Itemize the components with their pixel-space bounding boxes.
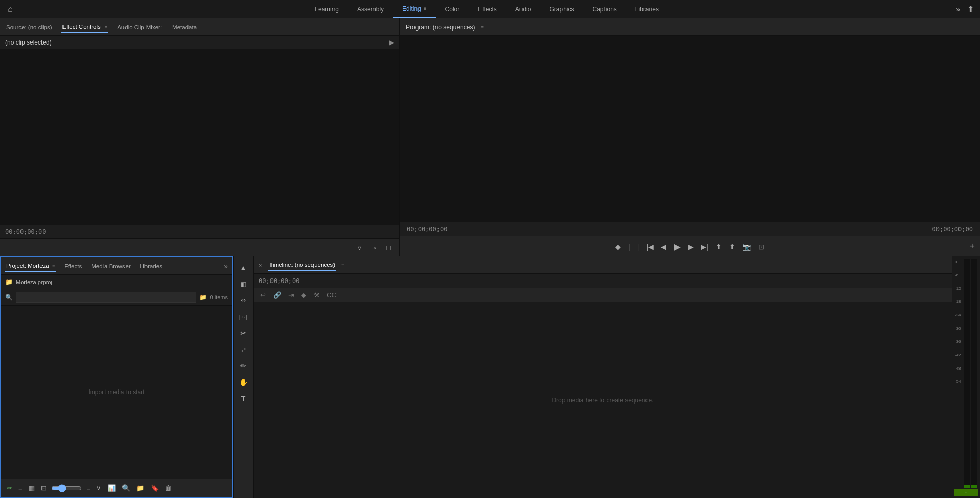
- program-controls: ◆ | | |◀ ◀ ▶ ▶ ▶| ⬆ ⬆ 📷 ⊡ +: [400, 236, 980, 256]
- meter-scale-30: -30: [955, 326, 963, 339]
- tab-editing[interactable]: Editing ≡: [393, 0, 436, 18]
- source-panel: Source: (no clips) Effect Controls ≡ Aud…: [0, 18, 400, 256]
- selection-tool-button[interactable]: ▲: [236, 261, 251, 275]
- timeline-close-button[interactable]: ×: [259, 262, 262, 268]
- program-timecode-row: 00;00;00;00 00;00;00;00: [400, 222, 980, 236]
- libraries-tab[interactable]: Libraries: [139, 261, 163, 271]
- export-button[interactable]: ⬆: [967, 4, 974, 14]
- automate-to-sequence-button[interactable]: 📊: [106, 483, 117, 493]
- source-filter-btn[interactable]: ▿: [356, 243, 363, 253]
- program-menu-icon[interactable]: ≡: [481, 25, 483, 30]
- tl-mark-clip-button[interactable]: ◆: [300, 291, 308, 299]
- delete-button[interactable]: 🗑: [163, 483, 173, 493]
- no-clip-text: (no clip selected): [5, 39, 52, 46]
- tl-settings-button[interactable]: ⚒: [312, 291, 321, 299]
- source-controls: ▿ → □: [0, 238, 399, 256]
- razor-tool-button[interactable]: ✂: [236, 326, 251, 340]
- tab-audio[interactable]: Audio: [506, 0, 540, 18]
- more-workspaces-button[interactable]: »: [953, 5, 963, 13]
- project-file-row: 📁 Morteza.prproj: [1, 275, 232, 289]
- track-select-icon: ◧: [241, 280, 246, 288]
- audio-clip-mixer-tab[interactable]: Audio Clip Mixer:: [116, 22, 163, 32]
- project-content-area: Import media to start: [1, 306, 232, 479]
- tab-libraries[interactable]: Libraries: [626, 0, 668, 18]
- list-view-button[interactable]: ≡: [17, 483, 24, 493]
- expand-icon: ▶: [389, 39, 394, 46]
- project-folder-icon: 📁: [5, 278, 13, 286]
- tab-color[interactable]: Color: [436, 0, 469, 18]
- trim-btn[interactable]: ⊡: [756, 242, 766, 252]
- source-timecode: 00;00;00;00: [5, 228, 46, 235]
- tab-graphics[interactable]: Graphics: [540, 0, 583, 18]
- tab-captions[interactable]: Captions: [583, 0, 625, 18]
- mark-in-btn[interactable]: ◆: [613, 242, 623, 252]
- project-search-input[interactable]: [16, 292, 196, 303]
- type-tool-button[interactable]: T: [236, 392, 251, 406]
- program-video-area: [400, 36, 980, 222]
- tab-effects[interactable]: Effects: [469, 0, 506, 18]
- source-video-area: [0, 49, 399, 225]
- meter-scale-18: -18: [955, 299, 963, 313]
- lift-btn[interactable]: ⬆: [714, 242, 724, 252]
- freeform-view-button[interactable]: ⊡: [39, 483, 48, 493]
- add-button[interactable]: +: [969, 241, 975, 252]
- rolling-edit-tool-button[interactable]: |↔|: [236, 310, 251, 324]
- timeline-tab[interactable]: Timeline: (no sequences): [268, 259, 336, 271]
- timeline-menu-icon[interactable]: ≡: [341, 262, 344, 268]
- rolling-edit-icon: |↔|: [239, 314, 248, 320]
- editing-tab-menu-icon: ≡: [424, 6, 427, 11]
- tab-learning[interactable]: Learning: [305, 0, 348, 18]
- new-item-menu-button[interactable]: 🔖: [149, 483, 160, 493]
- source-insert-btn[interactable]: →: [368, 243, 380, 253]
- track-select-tool-button[interactable]: ◧: [236, 277, 251, 291]
- icon-view-button[interactable]: ▦: [27, 483, 36, 493]
- project-footer: ✏ ≡ ▦ ⊡ ≡ ∨ 📊 🔍 📁 🔖 🗑: [1, 479, 232, 497]
- go-to-out-btn[interactable]: ▶|: [699, 242, 711, 252]
- effect-controls-tab[interactable]: Effect Controls ≡: [61, 21, 108, 33]
- tl-add-marker-button[interactable]: ⇥: [287, 291, 296, 299]
- timeline-panel: × Timeline: (no sequences) ≡ 00;00;00;00…: [254, 256, 952, 498]
- new-bin-icon[interactable]: 📁: [199, 294, 207, 301]
- project-panel: Project: Morteza ≡ Effects Media Browser…: [0, 256, 233, 498]
- media-browser-tab[interactable]: Media Browser: [90, 261, 132, 271]
- meter-scale-12: -12: [955, 286, 963, 299]
- meter-scale-54: -54: [955, 379, 963, 393]
- export-frame-btn[interactable]: 📷: [740, 242, 753, 252]
- project-tab[interactable]: Project: Morteza ≡: [5, 261, 56, 272]
- metadata-tab[interactable]: Metadata: [171, 22, 198, 32]
- program-panel: Program: (no sequences) ≡ 00;00;00;00 00…: [400, 18, 980, 256]
- zoom-slider[interactable]: [51, 484, 82, 492]
- play-stop-btn[interactable]: ▶: [672, 240, 683, 253]
- home-button[interactable]: ⌂: [0, 0, 20, 18]
- ripple-edit-tool-button[interactable]: ⇔: [236, 293, 251, 308]
- slip-tool-button[interactable]: ⇄: [236, 342, 251, 357]
- main-layout: Source: (no clips) Effect Controls ≡ Aud…: [0, 18, 980, 498]
- source-overwrite-btn[interactable]: □: [385, 243, 393, 253]
- tl-captions-button[interactable]: CC: [325, 291, 338, 299]
- tab-assembly[interactable]: Assembly: [348, 0, 393, 18]
- step-back-btn[interactable]: ◀: [659, 242, 669, 252]
- tl-snap-button[interactable]: ↩: [259, 291, 267, 299]
- source-tab[interactable]: Source: (no clips): [5, 22, 53, 32]
- step-fwd-btn[interactable]: ▶: [686, 242, 696, 252]
- project-panel-more-button[interactable]: »: [224, 262, 228, 270]
- hand-tool-button[interactable]: ✋: [236, 375, 251, 389]
- sort-menu-button[interactable]: ≡: [85, 483, 92, 493]
- sort-menu-chevron[interactable]: ∨: [95, 483, 103, 493]
- pen-tool-button[interactable]: ✏: [236, 359, 251, 373]
- source-panel-content: (no clip selected) ▶ 00;00;00;00 ▿ → □: [0, 36, 399, 256]
- extract-btn[interactable]: ⬆: [727, 242, 737, 252]
- effects-tab[interactable]: Effects: [63, 261, 83, 271]
- go-to-in-btn[interactable]: |◀: [644, 242, 656, 252]
- source-panel-header: Source: (no clips) Effect Controls ≡ Aud…: [0, 18, 399, 36]
- new-item-button[interactable]: ✏: [5, 483, 14, 493]
- meter-scale-0: 0: [955, 259, 963, 273]
- timeline-timecode: 00;00;00;00: [259, 277, 299, 285]
- timeline-tools-row: ↩ 🔗 ⇥ ◆ ⚒ CC: [254, 288, 952, 302]
- tl-linked-button[interactable]: 🔗: [272, 291, 283, 299]
- new-bin-button[interactable]: 📁: [135, 483, 146, 493]
- timeline-header: × Timeline: (no sequences) ≡: [254, 256, 952, 274]
- project-panel-header: Project: Morteza ≡ Effects Media Browser…: [1, 257, 232, 275]
- top-row: Source: (no clips) Effect Controls ≡ Aud…: [0, 18, 980, 256]
- find-button[interactable]: 🔍: [120, 483, 132, 493]
